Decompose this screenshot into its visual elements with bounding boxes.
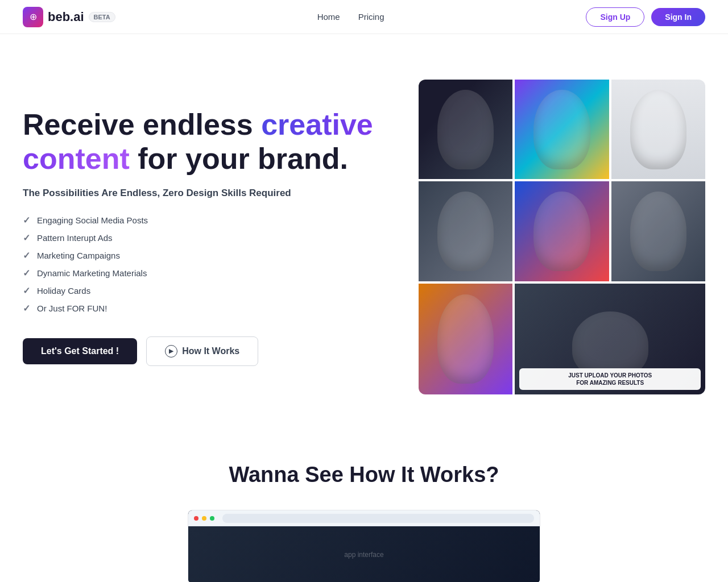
list-item: ✓ Holiday Cards bbox=[23, 285, 398, 296]
feature-text: Holiday Cards bbox=[37, 286, 90, 296]
title-part2: for your brand. bbox=[130, 142, 348, 175]
nav-actions: Sign Up Sign In bbox=[586, 7, 705, 27]
navbar: beb.ai BETA Home Pricing Sign Up Sign In bbox=[0, 0, 728, 34]
list-item: ✓ Or Just FOR FUN! bbox=[23, 303, 398, 314]
nav-links: Home Pricing bbox=[317, 12, 384, 22]
collage-cell bbox=[611, 181, 705, 281]
browser-dot-yellow bbox=[202, 516, 206, 521]
collage-cell bbox=[515, 181, 609, 281]
signup-button[interactable]: Sign Up bbox=[586, 7, 644, 27]
feature-text: Or Just FOR FUN! bbox=[37, 304, 107, 313]
logo[interactable]: beb.ai BETA bbox=[23, 7, 115, 27]
list-item: ✓ Dynamic Marketing Materials bbox=[23, 268, 398, 278]
check-icon: ✓ bbox=[23, 232, 30, 243]
feature-text: Dynamic Marketing Materials bbox=[37, 268, 147, 278]
signin-button[interactable]: Sign In bbox=[651, 8, 705, 26]
overlay-line2: FOR AMAZING RESULTS bbox=[576, 380, 644, 386]
how-it-works-label: How It Works bbox=[182, 346, 239, 356]
how-it-works-button[interactable]: ▶ How It Works bbox=[146, 336, 258, 366]
browser-url bbox=[222, 514, 534, 523]
list-item: ✓ Marketing Campaigns bbox=[23, 250, 398, 261]
hero-title: Receive endless creative content for you… bbox=[23, 108, 398, 176]
image-collage: JUST UPLOAD YOUR PHOTOS FOR AMAZING RESU… bbox=[419, 80, 705, 394]
browser-screenshot: app interface bbox=[188, 510, 540, 582]
hero-image: JUST UPLOAD YOUR PHOTOS FOR AMAZING RESU… bbox=[419, 80, 705, 394]
logo-text: beb.ai bbox=[48, 10, 84, 24]
hero-content: Receive endless creative content for you… bbox=[23, 108, 398, 366]
collage-cell bbox=[419, 284, 512, 394]
nav-pricing[interactable]: Pricing bbox=[358, 12, 384, 22]
collage-cell bbox=[515, 80, 609, 179]
check-icon: ✓ bbox=[23, 268, 30, 278]
check-icon: ✓ bbox=[23, 250, 30, 261]
browser-content: app interface bbox=[188, 526, 540, 582]
check-icon: ✓ bbox=[23, 303, 30, 314]
check-icon: ✓ bbox=[23, 215, 30, 226]
feature-text: Marketing Campaigns bbox=[37, 251, 120, 260]
get-started-button[interactable]: Let's Get Started ! bbox=[23, 338, 137, 364]
collage-cell bbox=[419, 181, 512, 281]
collage-cell bbox=[419, 80, 512, 179]
browser-bar bbox=[188, 510, 540, 526]
collage-cell-banner: JUST UPLOAD YOUR PHOTOS FOR AMAZING RESU… bbox=[515, 284, 705, 394]
beta-badge: BETA bbox=[89, 12, 115, 22]
overlay-line1: JUST UPLOAD YOUR PHOTOS bbox=[568, 372, 652, 379]
wanna-section: Wanna See How It Works? app interface AI… bbox=[0, 429, 728, 582]
feature-text: Pattern Interupt Ads bbox=[37, 233, 113, 243]
hero-actions: Let's Get Started ! ▶ How It Works bbox=[23, 336, 398, 366]
hero-subtitle: The Possibilities Are Endless, Zero Desi… bbox=[23, 188, 398, 199]
logo-icon bbox=[23, 7, 43, 27]
play-icon: ▶ bbox=[165, 345, 177, 357]
feature-list: ✓ Engaging Social Media Posts ✓ Pattern … bbox=[23, 215, 398, 314]
wanna-title: Wanna See How It Works? bbox=[23, 463, 705, 487]
browser-dot-green bbox=[210, 516, 214, 521]
title-part1: Receive endless bbox=[23, 108, 261, 141]
list-item: ✓ Engaging Social Media Posts bbox=[23, 215, 398, 226]
collage-cell bbox=[611, 80, 705, 179]
browser-dot-red bbox=[194, 516, 198, 521]
nav-home[interactable]: Home bbox=[317, 12, 340, 22]
check-icon: ✓ bbox=[23, 285, 30, 296]
feature-text: Engaging Social Media Posts bbox=[37, 215, 148, 225]
list-item: ✓ Pattern Interupt Ads bbox=[23, 232, 398, 243]
hero-section: Receive endless creative content for you… bbox=[0, 34, 728, 429]
demo-area: app interface AI Generated: bbox=[23, 510, 705, 582]
collage-overlay: JUST UPLOAD YOUR PHOTOS FOR AMAZING RESU… bbox=[519, 368, 701, 390]
